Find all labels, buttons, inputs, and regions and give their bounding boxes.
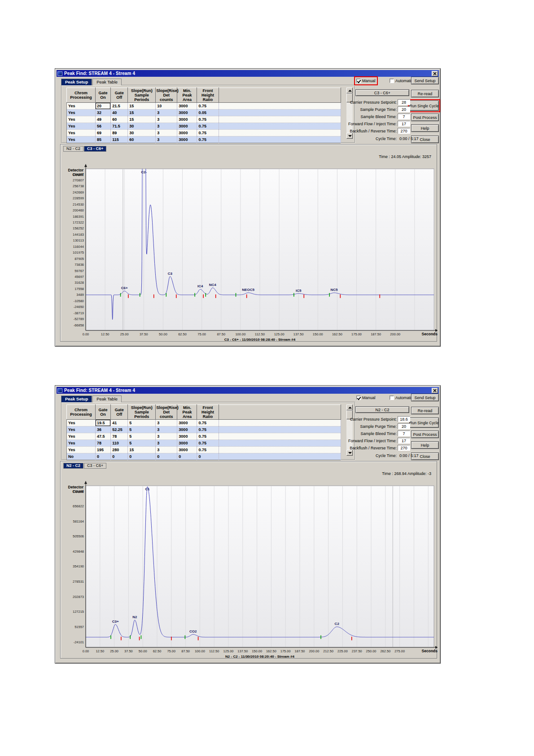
table-cell[interactable]: 0 <box>156 453 177 460</box>
table-cell[interactable]: 15 <box>128 103 156 110</box>
table-cell[interactable]: 71.5 <box>111 123 128 130</box>
chart-tab-c3-c6[interactable]: C3 - C6+ <box>84 146 106 152</box>
table-cell[interactable]: 78 <box>111 433 128 440</box>
table-cell[interactable] <box>219 433 341 440</box>
backflush-input[interactable] <box>398 128 410 134</box>
table-cell[interactable]: 19.5 <box>96 420 111 426</box>
table-cell[interactable]: Yes <box>67 110 96 116</box>
table-cell[interactable]: 0.75 <box>197 136 219 143</box>
table-cell[interactable]: 3 <box>156 420 177 426</box>
table-cell[interactable]: 0.75 <box>197 440 219 447</box>
table-cell[interactable]: 0.75 <box>197 130 219 136</box>
table-cell[interactable]: Yes <box>67 103 96 110</box>
table-cell[interactable]: 115 <box>111 136 128 143</box>
table-cell[interactable]: 3 <box>156 110 177 116</box>
forward-flow-input[interactable] <box>398 121 410 127</box>
window-titlebar[interactable]: Peak Find: STREAM 4 - Stream 4 <box>57 70 439 77</box>
chart-tab-n2-c2[interactable]: N2 - C2 <box>63 146 83 152</box>
table-cell[interactable]: Yes <box>67 130 96 136</box>
scroll-up-icon[interactable] <box>346 88 353 93</box>
sample-bleed-input[interactable] <box>398 114 410 119</box>
table-cell[interactable]: 3000 <box>177 110 197 116</box>
chromatogram-plot[interactable]: C3+N2C1CO2C27324806568225811645055064298… <box>61 462 438 659</box>
table-cell[interactable]: 3 <box>156 426 177 433</box>
table-cell[interactable]: Yes <box>67 420 96 426</box>
table-cell[interactable]: 69 <box>96 130 111 136</box>
table-cell[interactable]: 195 <box>96 447 111 453</box>
table-cell[interactable]: 32 <box>96 110 111 116</box>
sample-purge-input[interactable] <box>398 106 410 112</box>
re-read-button[interactable]: Re-read <box>411 90 439 97</box>
run-single-cycle-button[interactable]: Run Single Cycle <box>409 101 439 111</box>
run-single-cycle-button[interactable]: Run Single Cycle <box>409 418 439 428</box>
manual-group[interactable]: Manual <box>355 78 376 84</box>
table-cell[interactable]: 0.75 <box>197 103 219 110</box>
carrier-pressure-input[interactable] <box>398 416 410 422</box>
table-cell[interactable]: 3 <box>156 447 177 453</box>
table-cell[interactable]: 47.5 <box>96 433 111 440</box>
table-cell[interactable]: 5 <box>128 440 156 447</box>
table-cell[interactable]: 3000 <box>177 130 197 136</box>
table-cell[interactable]: Yes <box>67 116 96 123</box>
table-cell[interactable] <box>219 440 341 447</box>
post-process-button[interactable]: Post Process <box>411 114 439 121</box>
sample-purge-input[interactable] <box>398 423 410 429</box>
table-cell[interactable]: 10 <box>156 103 177 110</box>
table-cell[interactable]: 0.05 <box>197 110 219 116</box>
table-cell[interactable] <box>219 447 341 453</box>
table-cell[interactable]: 5 <box>128 426 156 433</box>
backflush-input[interactable] <box>398 445 410 451</box>
table-cell[interactable]: Yes <box>67 426 96 433</box>
table-cell[interactable]: 5 <box>128 433 156 440</box>
automatic-checkbox[interactable] <box>390 79 394 83</box>
forward-flow-input[interactable] <box>398 438 410 444</box>
close-icon[interactable] <box>432 71 438 76</box>
manual-checkbox[interactable] <box>356 79 361 83</box>
table-cell[interactable]: 3 <box>156 136 177 143</box>
table-cell[interactable]: 15 <box>128 110 156 116</box>
table-cell[interactable]: 3000 <box>177 440 197 447</box>
help-button[interactable]: Help <box>411 441 439 449</box>
table-cell[interactable]: 0.75 <box>197 447 219 453</box>
table-cell[interactable]: 15 <box>128 447 156 453</box>
table-cell[interactable]: Yes <box>67 136 96 143</box>
table-cell[interactable] <box>219 136 341 143</box>
tab-peak-setup[interactable]: Peak Setup <box>61 79 92 85</box>
close-icon[interactable] <box>432 388 438 393</box>
table-cell[interactable]: 0 <box>96 453 111 460</box>
table-cell[interactable]: Yes <box>67 447 96 453</box>
carrier-pressure-input[interactable] <box>398 99 410 105</box>
table-cell[interactable]: 0 <box>177 453 197 460</box>
table-cell[interactable]: Yes <box>67 440 96 447</box>
table-cell[interactable]: 49 <box>96 116 111 123</box>
table-cell[interactable]: 3000 <box>177 103 197 110</box>
post-process-button[interactable]: Post Process <box>411 431 439 438</box>
table-cell[interactable]: 30 <box>128 123 156 130</box>
table-cell[interactable]: 36 <box>96 426 111 433</box>
table-cell[interactable]: 0 <box>111 453 128 460</box>
window-titlebar[interactable]: Peak Find: STREAM 4 - Stream 4 <box>57 387 439 394</box>
table-cell[interactable] <box>219 110 341 116</box>
table-cell[interactable] <box>219 420 341 426</box>
table-cell[interactable]: 0.75 <box>197 123 219 130</box>
table-cell[interactable]: 41 <box>111 420 128 426</box>
table-cell[interactable]: 3000 <box>177 426 197 433</box>
send-setup-button[interactable]: Send Setup <box>411 77 439 84</box>
table-cell[interactable]: 20 <box>96 103 111 110</box>
table-cell[interactable]: 60 <box>111 116 128 123</box>
table-cell[interactable]: 85 <box>96 136 111 143</box>
scroll-down-icon[interactable] <box>346 133 353 139</box>
table-cell[interactable]: 3000 <box>177 433 197 440</box>
tab-peak-table[interactable]: Peak Table <box>92 396 122 402</box>
scroll-down-icon[interactable] <box>346 450 353 456</box>
chromatogram-plot[interactable]: C6+C2-C3IC4NC4NEOC5IC5NC5284877270807256… <box>61 145 438 342</box>
table-cell[interactable]: 56 <box>96 123 111 130</box>
help-button[interactable]: Help <box>411 124 439 132</box>
table-cell[interactable]: 280 <box>111 447 128 453</box>
table-cell[interactable] <box>219 453 341 460</box>
table-cell[interactable]: 21.5 <box>111 103 128 110</box>
manual-group[interactable]: Manual <box>355 395 376 401</box>
table-cell[interactable]: 110 <box>111 440 128 447</box>
table-cell[interactable]: 5 <box>128 420 156 426</box>
table-cell[interactable]: 3000 <box>177 123 197 130</box>
